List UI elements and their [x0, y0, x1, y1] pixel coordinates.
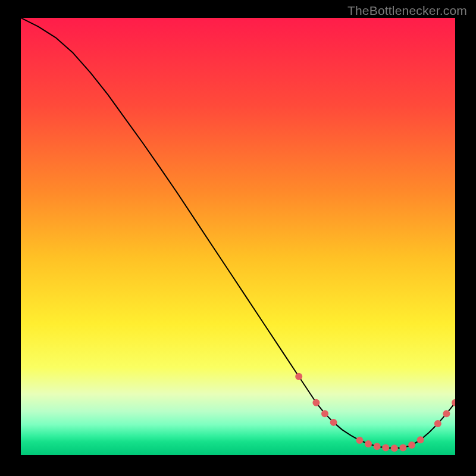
data-marker [443, 410, 450, 417]
data-marker [356, 437, 363, 444]
data-marker [295, 373, 302, 380]
data-marker [374, 443, 381, 450]
data-marker [399, 444, 406, 452]
data-marker [365, 440, 372, 447]
data-marker [330, 419, 337, 426]
data-marker [321, 410, 328, 417]
data-marker [434, 420, 441, 427]
chart-svg [21, 18, 455, 455]
data-marker [312, 399, 320, 406]
watermark-text: TheBottlenecker.com [347, 4, 467, 18]
chart-stage: TheBottlenecker.com [0, 0, 476, 476]
gradient-background [21, 18, 455, 455]
data-marker [417, 436, 424, 443]
data-marker [391, 444, 398, 452]
data-marker [408, 441, 415, 449]
chart-plot-area [21, 18, 455, 455]
data-marker [382, 444, 389, 452]
